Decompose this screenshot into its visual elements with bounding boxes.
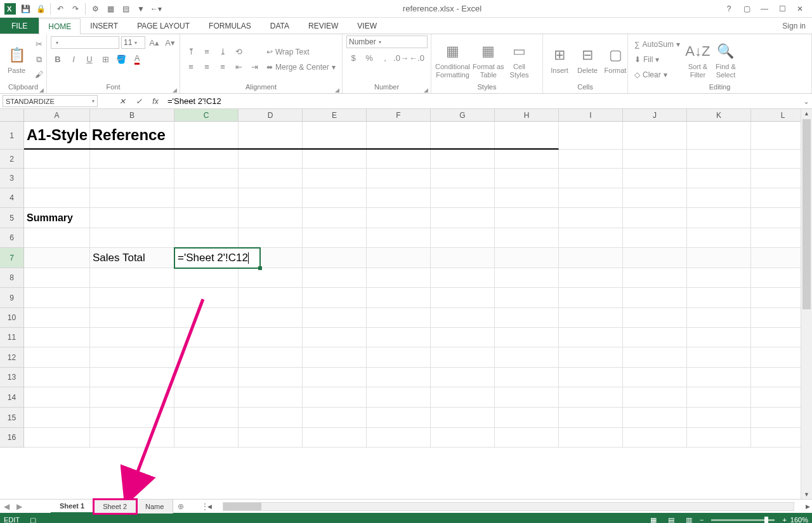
cell-I1[interactable] [559,122,623,150]
cell-D8[interactable] [239,268,303,288]
new-sheet-icon[interactable]: ⊕ [173,502,188,511]
cell-E6[interactable] [303,228,367,248]
currency-icon[interactable]: $ [346,51,360,65]
cell-F8[interactable] [367,268,431,288]
formula-input[interactable]: ='Sheet 2'!C12 [164,94,801,108]
wrap-text-button[interactable]: ↩ Wrap Text [264,45,338,59]
cell-F2[interactable] [367,150,431,169]
delete-cells-button[interactable]: ⊟Delete [575,44,600,75]
cancel-formula-icon[interactable]: ✕ [114,97,131,106]
cell-I13[interactable] [559,368,623,387]
cell-G6[interactable] [431,228,495,248]
qat-btn-1-icon[interactable]: ⚙ [88,2,103,16]
cell-E3[interactable] [303,169,367,188]
cell-E13[interactable] [303,368,367,387]
cell-styles-button[interactable]: ▭Cell Styles [507,40,532,79]
cell-H16[interactable] [495,428,559,448]
cell-E9[interactable] [303,288,367,308]
align-bottom-icon[interactable]: ⤓ [216,45,230,59]
tab-nav-prev-icon[interactable]: ◀ [0,500,13,513]
filter-icon[interactable]: ▼ [133,2,148,16]
cell-A13[interactable] [24,368,90,387]
cell-A5[interactable]: Summary [24,208,90,228]
cell-D5[interactable] [239,208,303,228]
cell-J14[interactable] [623,387,687,408]
copy-icon[interactable]: ⧉ [32,53,46,67]
cell-G8[interactable] [431,268,495,288]
cell-F4[interactable] [367,188,431,208]
cell-C10[interactable] [174,308,239,328]
cell-I16[interactable] [559,428,623,448]
cell-E8[interactable] [303,268,367,288]
underline-button[interactable]: U [82,52,96,66]
col-header-D[interactable]: D [239,109,303,122]
cell-J16[interactable] [623,428,687,448]
cell-I5[interactable] [559,208,623,228]
increase-decimal-icon[interactable]: .0→ [394,51,408,65]
cell-G13[interactable] [431,368,495,387]
cell-F11[interactable] [367,328,431,347]
orientation-icon[interactable]: ⟲ [232,45,246,59]
col-header-B[interactable]: B [90,109,174,122]
cell-G4[interactable] [431,188,495,208]
cell-A9[interactable] [24,288,90,308]
fill-button[interactable]: ⬇ Fill ▾ [632,53,683,67]
cell-G5[interactable] [431,208,495,228]
cell-H9[interactable] [495,288,559,308]
cell-A6[interactable] [24,228,90,248]
cell-A1-title[interactable]: A1-Style Reference [24,122,559,150]
cell-A16[interactable] [24,428,90,448]
cell-B15[interactable] [90,408,174,428]
cell-H11[interactable] [495,328,559,347]
cell-A7[interactable] [24,248,90,268]
cell-J6[interactable] [623,228,687,248]
cell-A2[interactable] [24,150,90,169]
cell-K7[interactable] [687,248,751,268]
cell-B7[interactable]: Sales Total [90,248,174,268]
sign-in-link[interactable]: Sign in [776,18,812,34]
cell-K12[interactable] [687,347,751,368]
zoom-slider[interactable] [711,519,775,521]
col-header-G[interactable]: G [431,109,495,122]
cell-I14[interactable] [559,387,623,408]
cell-D14[interactable] [239,387,303,408]
dialog-launcher-icon[interactable]: ◢ [173,87,177,93]
cell-H6[interactable] [495,228,559,248]
cell-D10[interactable] [239,308,303,328]
cell-I9[interactable] [559,288,623,308]
cell-I15[interactable] [559,408,623,428]
italic-button[interactable]: I [67,52,81,66]
cell-E15[interactable] [303,408,367,428]
cell-J4[interactable] [623,188,687,208]
cell-C8[interactable] [174,268,239,288]
cell-K16[interactable] [687,428,751,448]
row-header-4[interactable]: 4 [0,188,24,208]
decrease-decimal-icon[interactable]: ←.0 [410,51,424,65]
scroll-down-icon[interactable]: ▼ [801,490,812,499]
cell-C16[interactable] [174,428,239,448]
cell-G3[interactable] [431,169,495,188]
cell-D11[interactable] [239,328,303,347]
cell-J8[interactable] [623,268,687,288]
format-painter-icon[interactable]: 🖌 [32,68,46,82]
cell-B4[interactable] [90,188,174,208]
increase-indent-icon[interactable]: ⇥ [247,60,261,74]
cell-K11[interactable] [687,328,751,347]
find-select-button[interactable]: 🔍Find & Select [713,40,738,79]
qat-btn-3-icon[interactable]: ▤ [118,2,133,16]
worksheet-grid[interactable]: ABCDEFGHIJKL12345678910111213141516A1-St… [0,109,812,499]
col-header-J[interactable]: J [623,109,687,122]
tab-page-layout[interactable]: PAGE LAYOUT [128,18,199,34]
ribbon-options-icon[interactable]: ▢ [738,2,755,16]
cell-I12[interactable] [559,347,623,368]
conditional-formatting-button[interactable]: ▦Conditional Formatting [435,40,470,79]
cell-G2[interactable] [431,150,495,169]
cell-C7-editing[interactable]: ='Sheet 2'!C12 [174,247,261,269]
paste-button[interactable]: 📋 Paste [4,44,29,75]
qat-more-icon[interactable]: ←▾ [148,2,164,16]
col-header-K[interactable]: K [687,109,751,122]
cell-J10[interactable] [623,308,687,328]
cell-F16[interactable] [367,428,431,448]
dialog-launcher-icon[interactable]: ◢ [335,87,339,93]
cell-J7[interactable] [623,248,687,268]
